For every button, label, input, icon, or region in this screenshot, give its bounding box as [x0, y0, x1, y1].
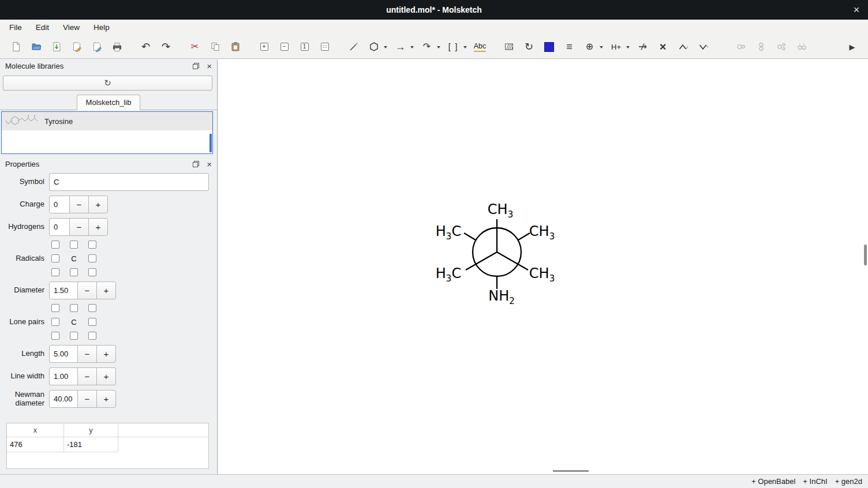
drawing-canvas[interactable]: CH3H3CCH3H3CCH3NH2	[218, 59, 868, 474]
length-increment-button[interactable]: +	[96, 345, 116, 363]
chain-down-tool[interactable]	[695, 38, 712, 55]
atom-label-bottom[interactable]: NH2	[488, 288, 515, 306]
copy-button[interactable]	[207, 38, 223, 55]
lone-pair-checkbox[interactable]	[51, 318, 59, 326]
print-button[interactable]	[108, 38, 125, 55]
radical-checkbox[interactable]	[51, 241, 59, 249]
toolbar-extension-button[interactable]: ▶	[844, 38, 860, 55]
coordinate-x-cell[interactable]: 476	[7, 437, 64, 452]
line-width-increment-button[interactable]: +	[96, 367, 116, 385]
atom-label-upper-right[interactable]: CH3	[529, 223, 555, 242]
charge-increment-button[interactable]: +	[88, 196, 108, 213]
chain-up-tool[interactable]	[675, 38, 691, 55]
charge-number-button[interactable]: 1	[296, 38, 313, 55]
diameter-increment-button[interactable]: +	[96, 281, 116, 299]
mechanism-arrow-tool[interactable]: ↷	[418, 38, 435, 55]
lone-pair-checkbox[interactable]	[88, 332, 96, 340]
radical-checkbox[interactable]	[88, 268, 96, 276]
ring-tool[interactable]	[365, 38, 382, 55]
text-tool[interactable]: Abc	[472, 38, 488, 55]
list-item-tyrosine[interactable]: Tyrosine	[2, 112, 212, 130]
menu-help[interactable]: Help	[87, 21, 117, 34]
remove-hydrogen-button[interactable]: −	[276, 38, 293, 55]
newman-diameter-increment-button[interactable]: +	[96, 390, 116, 408]
delete-tool[interactable]: ×	[654, 38, 671, 55]
radical-checkbox[interactable]	[51, 254, 59, 262]
lone-pair-checkbox[interactable]	[88, 304, 96, 312]
color-swatch-button[interactable]	[541, 38, 558, 55]
rotate-tool[interactable]: ↻	[521, 38, 537, 55]
lone-pair-checkbox[interactable]	[88, 318, 96, 326]
radical-checkbox[interactable]	[70, 241, 78, 249]
symbol-input[interactable]: C	[49, 173, 209, 191]
ring-tool-dropdown[interactable]	[384, 46, 387, 48]
radical-checkbox[interactable]	[51, 268, 59, 276]
arrow-tool[interactable]: →	[392, 38, 409, 55]
open-file-button[interactable]	[28, 38, 44, 55]
charge-input[interactable]: 0	[49, 196, 70, 213]
atom-label-top[interactable]: CH3	[488, 201, 513, 220]
save-as-button[interactable]	[68, 38, 85, 55]
conformer-tool-2[interactable]	[753, 38, 769, 55]
draw-bond-tool[interactable]	[345, 38, 362, 55]
radical-checkbox[interactable]	[88, 241, 96, 249]
new-file-button[interactable]	[8, 38, 24, 55]
atom-label-lower-left[interactable]: H3C	[436, 265, 461, 284]
diameter-decrement-button[interactable]: −	[77, 281, 97, 299]
reaction-arrow-tool[interactable]	[634, 38, 651, 55]
undo-button[interactable]: ↶	[137, 38, 154, 55]
add-hydrogen-button[interactable]: +	[256, 38, 272, 55]
charge-tool[interactable]: ⊕	[581, 38, 598, 55]
hydrogen-tool[interactable]: H+	[608, 38, 624, 55]
line-style-tool[interactable]: ≡	[561, 38, 578, 55]
refresh-library-button[interactable]: ↻	[3, 76, 212, 91]
conformer-tool-3[interactable]	[773, 38, 790, 55]
newman-diameter-input[interactable]: 40.00	[49, 390, 78, 408]
radical-checkbox[interactable]	[88, 254, 96, 262]
newman-diameter-decrement-button[interactable]: −	[77, 390, 97, 408]
save-file-button[interactable]	[48, 38, 65, 55]
vertical-scrollbar-thumb[interactable]	[864, 245, 867, 265]
hydrogens-decrement-button[interactable]: −	[69, 218, 89, 236]
lone-pair-checkbox[interactable]	[70, 304, 78, 312]
horizontal-scrollbar-thumb[interactable]	[553, 470, 589, 472]
length-decrement-button[interactable]: −	[77, 345, 97, 363]
export-button[interactable]	[88, 38, 105, 55]
menu-edit[interactable]: Edit	[29, 21, 56, 34]
coordinate-y-cell[interactable]: -181	[64, 437, 118, 452]
tab-molsketch-lib[interactable]: Molsketch_lib	[77, 95, 141, 110]
float-panel-icon[interactable]	[193, 161, 199, 167]
float-panel-icon[interactable]	[193, 63, 199, 69]
lone-pair-checkbox[interactable]	[51, 332, 59, 340]
hydrogens-input[interactable]: 0	[49, 218, 70, 236]
bracket-tool[interactable]: [ ]	[445, 38, 462, 55]
line-width-decrement-button[interactable]: −	[77, 367, 97, 385]
electron-pairs-button[interactable]: ∷	[316, 38, 333, 55]
radical-checkbox[interactable]	[70, 268, 78, 276]
atom-label-lower-right[interactable]: CH3	[529, 265, 555, 284]
close-panel-icon[interactable]: ×	[207, 160, 212, 168]
close-window-button[interactable]: ×	[847, 0, 866, 20]
length-input[interactable]: 5.00	[49, 345, 78, 363]
charge-decrement-button[interactable]: −	[69, 196, 89, 213]
paste-button[interactable]	[227, 38, 244, 55]
cut-button[interactable]: ✂	[186, 38, 203, 55]
library-scrollbar-thumb[interactable]	[209, 134, 212, 152]
menu-file[interactable]: File	[2, 21, 29, 34]
conformer-tool-1[interactable]	[732, 38, 749, 55]
conformer-tool-4[interactable]	[793, 38, 810, 55]
redo-button[interactable]: ↷	[158, 38, 174, 55]
mechanism-arrow-dropdown[interactable]	[437, 46, 440, 48]
menu-view[interactable]: View	[56, 21, 87, 34]
line-width-input[interactable]: 1.00	[49, 367, 78, 385]
hash-bond-tool[interactable]	[500, 38, 517, 55]
diameter-input[interactable]: 1.50	[49, 281, 78, 299]
lone-pair-checkbox[interactable]	[51, 304, 59, 312]
close-panel-icon[interactable]: ×	[207, 62, 212, 70]
hydrogen-tool-dropdown[interactable]	[626, 46, 630, 48]
atom-label-upper-left[interactable]: H3C	[436, 223, 461, 242]
arrow-tool-dropdown[interactable]	[410, 46, 414, 48]
bracket-tool-dropdown[interactable]	[463, 46, 467, 48]
hydrogens-increment-button[interactable]: +	[88, 218, 108, 236]
lone-pair-checkbox[interactable]	[70, 332, 78, 340]
